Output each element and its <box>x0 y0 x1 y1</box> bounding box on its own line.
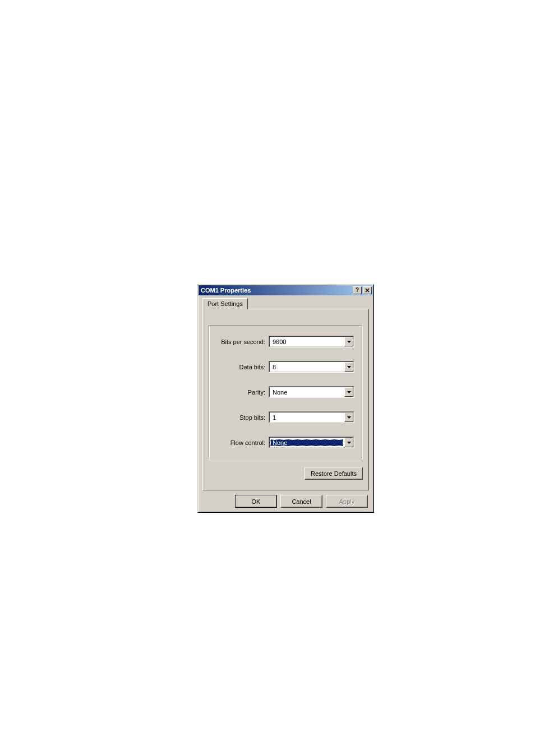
flow-control-select[interactable]: None <box>269 437 354 448</box>
data-bits-label: Data bits: <box>217 364 269 370</box>
cancel-label: Cancel <box>292 498 311 505</box>
svg-marker-5 <box>347 391 351 393</box>
bits-per-second-label: Bits per second: <box>217 338 269 345</box>
ok-button[interactable]: OK <box>235 495 277 508</box>
apply-label: Apply <box>339 498 355 505</box>
dropdown-arrow-icon <box>344 387 353 397</box>
data-bits-select[interactable]: 8 <box>269 361 354 373</box>
svg-marker-6 <box>347 416 351 419</box>
help-button[interactable]: ? <box>353 286 362 294</box>
svg-text:?: ? <box>356 287 359 293</box>
tab-port-settings[interactable]: Port Settings <box>202 298 248 309</box>
dropdown-arrow-icon <box>344 412 353 422</box>
properties-dialog: COM1 Properties ? Port Settings <box>197 284 374 513</box>
flow-control-label: Flow control: <box>217 439 269 446</box>
stop-bits-select[interactable]: 1 <box>269 411 354 423</box>
parity-value: None <box>270 389 343 396</box>
stop-bits-label: Stop bits: <box>217 414 269 421</box>
titlebar: COM1 Properties ? <box>199 285 373 295</box>
dialog-title: COM1 Properties <box>200 287 352 294</box>
close-button[interactable] <box>363 286 372 294</box>
bits-per-second-select[interactable]: 9600 <box>269 336 354 347</box>
settings-group: Bits per second: 9600 Data bits: <box>209 325 363 459</box>
data-bits-value: 8 <box>270 364 343 370</box>
dropdown-arrow-icon <box>344 362 353 372</box>
apply-button[interactable]: Apply <box>326 495 368 508</box>
flow-control-value: None <box>270 439 343 446</box>
svg-marker-3 <box>347 341 351 343</box>
dropdown-arrow-icon <box>344 438 353 447</box>
ok-label: OK <box>252 498 261 505</box>
stop-bits-value: 1 <box>270 414 343 421</box>
svg-marker-7 <box>347 442 351 444</box>
tab-panel: Bits per second: 9600 Data bits: <box>202 309 369 490</box>
restore-defaults-label: Restore Defaults <box>311 470 357 477</box>
bits-per-second-value: 9600 <box>270 338 343 345</box>
cancel-button[interactable]: Cancel <box>280 495 322 508</box>
dropdown-arrow-icon <box>344 337 353 346</box>
parity-label: Parity: <box>217 389 269 396</box>
restore-defaults-button[interactable]: Restore Defaults <box>305 467 363 480</box>
svg-marker-4 <box>347 366 351 368</box>
parity-select[interactable]: None <box>269 386 354 398</box>
